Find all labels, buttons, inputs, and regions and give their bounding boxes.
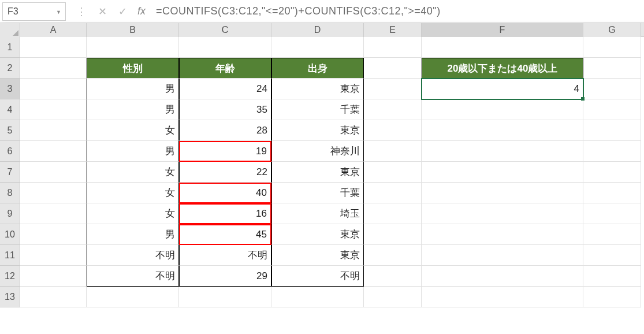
row-header-2[interactable]: 2: [0, 58, 20, 79]
row-header-12[interactable]: 12: [0, 266, 20, 287]
check-icon[interactable]: ✓: [118, 5, 127, 18]
cell-C7[interactable]: 22: [179, 162, 271, 183]
cell-B1[interactable]: [87, 37, 179, 58]
formula-input[interactable]: =COUNTIFS(C3:C12,"<=20")+COUNTIFS(C3:C12…: [154, 5, 644, 17]
cell-D9[interactable]: 埼玉: [271, 203, 364, 224]
row-header-4[interactable]: 4: [0, 99, 20, 120]
cell-A5[interactable]: [20, 120, 87, 141]
col-header-A[interactable]: A: [20, 23, 87, 37]
cell-G4[interactable]: [583, 99, 641, 120]
cell-C1[interactable]: [179, 37, 271, 58]
cell-G10[interactable]: [583, 224, 641, 245]
cell-C8[interactable]: 40: [179, 183, 271, 203]
col-header-D[interactable]: D: [271, 23, 364, 37]
col-header-C[interactable]: C: [179, 23, 271, 37]
cell-E3[interactable]: [364, 79, 422, 99]
cell-A8[interactable]: [20, 183, 87, 203]
cell-F13[interactable]: [422, 287, 583, 307]
cell-A6[interactable]: [20, 141, 87, 162]
cell-F8[interactable]: [422, 183, 583, 203]
cell-B8[interactable]: 女: [87, 183, 179, 203]
select-all-corner[interactable]: [0, 23, 20, 37]
cell-D3[interactable]: 東京: [271, 79, 364, 99]
cell-C2[interactable]: 年齢: [179, 58, 271, 79]
cell-A2[interactable]: [20, 58, 87, 79]
cell-D2[interactable]: 出身: [271, 58, 364, 79]
chevron-down-icon[interactable]: ▼: [56, 9, 61, 14]
dots-icon[interactable]: ⋮: [76, 5, 87, 18]
cell-C6[interactable]: 19: [179, 141, 271, 162]
cell-G5[interactable]: [583, 120, 641, 141]
cell-A1[interactable]: [20, 37, 87, 58]
cell-G9[interactable]: [583, 203, 641, 224]
cell-E12[interactable]: [364, 266, 422, 287]
cell-A12[interactable]: [20, 266, 87, 287]
cell-G8[interactable]: [583, 183, 641, 203]
cell-D13[interactable]: [271, 287, 364, 307]
cell-E13[interactable]: [364, 287, 422, 307]
cell-B10[interactable]: 男: [87, 224, 179, 245]
fx-icon[interactable]: fx: [137, 5, 146, 17]
row-header-3[interactable]: 3: [0, 79, 20, 99]
row-header-6[interactable]: 6: [0, 141, 20, 162]
cell-C4[interactable]: 35: [179, 99, 271, 120]
row-header-7[interactable]: 7: [0, 162, 20, 183]
cell-A13[interactable]: [20, 287, 87, 307]
row-header-5[interactable]: 5: [0, 120, 20, 141]
row-header-8[interactable]: 8: [0, 183, 20, 203]
cell-F3[interactable]: 4: [422, 79, 583, 99]
cell-D1[interactable]: [271, 37, 364, 58]
cell-A7[interactable]: [20, 162, 87, 183]
name-box[interactable]: F3 ▼: [2, 2, 66, 21]
cell-C12[interactable]: 29: [179, 266, 271, 287]
cell-D8[interactable]: 千葉: [271, 183, 364, 203]
cell-G2[interactable]: [583, 58, 641, 79]
cell-B6[interactable]: 男: [87, 141, 179, 162]
cell-F12[interactable]: [422, 266, 583, 287]
cell-D11[interactable]: 東京: [271, 245, 364, 266]
row-header-11[interactable]: 11: [0, 245, 20, 266]
cell-F4[interactable]: [422, 99, 583, 120]
cell-B5[interactable]: 女: [87, 120, 179, 141]
cell-B12[interactable]: 不明: [87, 266, 179, 287]
row-header-13[interactable]: 13: [0, 287, 20, 307]
col-header-F[interactable]: F: [422, 23, 583, 37]
cell-D7[interactable]: 東京: [271, 162, 364, 183]
cell-D12[interactable]: 不明: [271, 266, 364, 287]
row-header-10[interactable]: 10: [0, 224, 20, 245]
cell-E6[interactable]: [364, 141, 422, 162]
cell-A10[interactable]: [20, 224, 87, 245]
cell-F5[interactable]: [422, 120, 583, 141]
cell-C13[interactable]: [179, 287, 271, 307]
cell-D10[interactable]: 東京: [271, 224, 364, 245]
cell-C10[interactable]: 45: [179, 224, 271, 245]
cancel-icon[interactable]: ✕: [98, 5, 107, 18]
cell-F7[interactable]: [422, 162, 583, 183]
cell-A4[interactable]: [20, 99, 87, 120]
cell-B9[interactable]: 女: [87, 203, 179, 224]
cell-F2[interactable]: 20歳以下または40歳以上: [422, 58, 583, 79]
cell-G13[interactable]: [583, 287, 641, 307]
cell-E11[interactable]: [364, 245, 422, 266]
row-header-1[interactable]: 1: [0, 37, 20, 58]
cell-A9[interactable]: [20, 203, 87, 224]
cell-D6[interactable]: 神奈川: [271, 141, 364, 162]
cell-B7[interactable]: 女: [87, 162, 179, 183]
cell-F11[interactable]: [422, 245, 583, 266]
cell-G11[interactable]: [583, 245, 641, 266]
cell-E5[interactable]: [364, 120, 422, 141]
cell-G1[interactable]: [583, 37, 641, 58]
cell-B13[interactable]: [87, 287, 179, 307]
cell-F9[interactable]: [422, 203, 583, 224]
cell-C3[interactable]: 24: [179, 79, 271, 99]
cell-C11[interactable]: 不明: [179, 245, 271, 266]
col-header-E[interactable]: E: [364, 23, 422, 37]
cell-B4[interactable]: 男: [87, 99, 179, 120]
cell-G6[interactable]: [583, 141, 641, 162]
cell-B2[interactable]: 性別: [87, 58, 179, 79]
cell-G3[interactable]: [583, 79, 641, 99]
cell-B3[interactable]: 男: [87, 79, 179, 99]
cell-C9[interactable]: 16: [179, 203, 271, 224]
cell-E10[interactable]: [364, 224, 422, 245]
cell-F6[interactable]: [422, 141, 583, 162]
